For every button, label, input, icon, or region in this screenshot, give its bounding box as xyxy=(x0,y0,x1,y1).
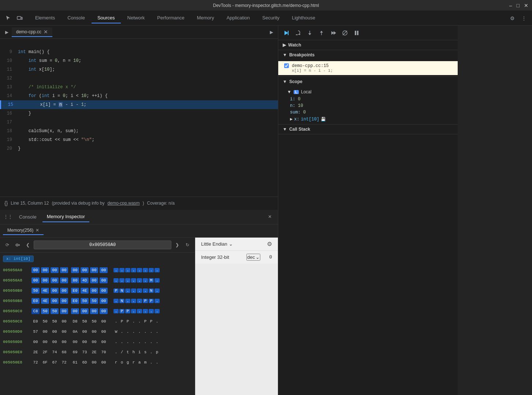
source-panel-toggle[interactable]: ▶ xyxy=(1,27,12,37)
watch-section: ▶ Watch xyxy=(278,40,458,50)
code-line-19: 19 std::cout << sum << "\n"; xyxy=(0,135,278,144)
mem-chars-2: P N . . . . N . xyxy=(114,288,160,293)
debug-toolbar xyxy=(278,26,458,40)
more-icon[interactable]: ⋮ xyxy=(519,13,529,23)
source-tab-name: demo-cpp.cc xyxy=(16,29,41,34)
tab-lighthouse[interactable]: Lighthouse xyxy=(286,13,321,23)
variable-badge[interactable]: x: int[10] xyxy=(3,256,34,262)
memory-settings-icon[interactable]: ⚙ xyxy=(267,241,272,247)
minimize-button[interactable]: – xyxy=(509,3,512,8)
address-input[interactable] xyxy=(34,241,171,249)
format-chevron-icon: ⌄ xyxy=(256,254,260,260)
mem-bytes-left-3: E0 4E 00 00 xyxy=(31,298,68,304)
x-expand-icon[interactable]: ▶ xyxy=(290,116,293,122)
debug-info-text: (provided via debug info by xyxy=(52,201,104,206)
code-line-13: 13 /* initialize x */ xyxy=(0,83,278,92)
breakpoints-label: Breakpoints xyxy=(289,52,315,57)
source-tab-run[interactable]: ▶ xyxy=(266,27,276,37)
main-area: ▶ demo-cpp.cc ✕ ▶ 9 int main() { 1 xyxy=(0,26,532,395)
mem-chars-4: . P P . . . . . xyxy=(114,309,160,313)
scope-label: Scope xyxy=(289,79,302,84)
scope-section: ▼ Scope ▼ L Local i: 0 xyxy=(278,77,458,124)
addr-next-button[interactable]: ❯ xyxy=(173,241,182,249)
type-label: Integer 32-bit xyxy=(201,254,238,260)
step-into-button[interactable] xyxy=(305,28,315,38)
addr-back-button[interactable]: ⟳ xyxy=(3,241,12,249)
memory-tab-256[interactable]: Memory(256) ✕ xyxy=(3,226,44,235)
bottom-tabs: ⋮⋮ Console Memory Inspector ✕ xyxy=(0,210,278,224)
wasm-link[interactable]: demo-cpp.wasm xyxy=(108,201,140,206)
mem-bytes-left-4: C8 50 50 00 xyxy=(31,308,68,314)
mem-bytes-right-4: 00 00 00 00 xyxy=(71,308,108,314)
tab-console[interactable]: Console xyxy=(62,13,91,23)
endian-select[interactable]: Little Endian ⌄ xyxy=(201,241,233,247)
code-line-16: 16 } xyxy=(0,109,278,118)
breakpoint-checkbox[interactable] xyxy=(284,63,289,68)
tab-elements[interactable]: Elements xyxy=(29,13,61,23)
svg-marker-9 xyxy=(320,31,323,33)
mem-row-7: 005050D8 00 00 00 00 00 00 00 xyxy=(0,337,195,347)
code-line-10: 10 int sum = 0, n = 10; xyxy=(0,56,278,65)
tab-security[interactable]: Security xyxy=(256,13,285,23)
scope-local: ▼ L Local xyxy=(278,88,458,96)
mem-bytes-left-0: 00 00 00 00 xyxy=(31,267,68,273)
memory-tab-close[interactable]: ✕ xyxy=(36,228,39,233)
deactivate-button[interactable] xyxy=(340,28,350,38)
pause-button[interactable] xyxy=(351,28,362,38)
tab-memory-inspector[interactable]: Memory Inspector xyxy=(42,212,89,222)
tab-memory[interactable]: Memory xyxy=(191,13,220,23)
memory-table: 005050A0 00 00 00 00 00 00 00 xyxy=(0,265,195,395)
scope-var-n: n: 10 xyxy=(278,103,458,109)
source-tab-close[interactable]: ✕ xyxy=(44,29,48,35)
addr-refresh-button[interactable]: ↻ xyxy=(183,241,192,249)
svg-marker-11 xyxy=(334,31,336,35)
tab-network[interactable]: Network xyxy=(122,13,151,23)
nav-tabs: Elements Console Sources Network Perform… xyxy=(29,13,321,23)
scope-var-sum: sum: 0 xyxy=(278,109,458,116)
call-stack-header[interactable]: ▼ Call Stack xyxy=(278,124,458,134)
mem-row-1: 005050A8 00 00 00 00 80 4D 00 xyxy=(0,275,195,286)
mem-row-9: 005050E8 72 6F 67 72 61 6D 00 xyxy=(0,357,195,368)
code-line-blank xyxy=(0,39,278,48)
tab-sources[interactable]: Sources xyxy=(92,13,121,23)
cursor-icon[interactable] xyxy=(3,13,13,23)
step-out-button[interactable] xyxy=(316,28,327,38)
tab-console-bottom[interactable]: Console xyxy=(15,212,41,222)
memory-icon[interactable]: 💾 xyxy=(321,117,326,122)
mem-bytes-right-5: D8 50 50 00 xyxy=(71,318,108,324)
addr-prev-button[interactable]: ❮ xyxy=(23,241,32,249)
mem-row-2: 005050B0 50 4E 00 00 E0 4E 00 xyxy=(0,286,195,296)
type-value: 0 xyxy=(269,254,272,260)
close-button[interactable]: ✕ xyxy=(524,3,528,8)
mem-bytes-right-3: E0 50 50 00 xyxy=(71,298,108,304)
tab-performance[interactable]: Performance xyxy=(151,13,190,23)
address-bar: ⟳ ⟴ ❮ ❯ ↻ xyxy=(0,238,195,253)
breakpoints-header[interactable]: ▼ Breakpoints xyxy=(278,50,458,60)
type-row: Integer 32-bit dec ⌄ 0 xyxy=(195,251,278,264)
bottom-panel-toggle[interactable]: ⋮⋮ xyxy=(3,212,13,222)
scope-header[interactable]: ▼ Scope xyxy=(278,77,458,86)
restore-button[interactable]: □ xyxy=(517,3,520,8)
watch-header[interactable]: ▶ Watch xyxy=(278,40,458,50)
mem-row-8: 005050E0 2E 2F 74 68 69 73 2E xyxy=(0,347,195,357)
code-line-15: 15 x[i] = n - i - 1; xyxy=(0,100,278,109)
code-line-9: 9 int main() { xyxy=(0,48,278,56)
settings-icon[interactable]: ⚙ xyxy=(507,13,517,23)
format-select[interactable]: dec ⌄ xyxy=(246,254,260,261)
code-line-11: 11 int x[10]; xyxy=(0,65,278,74)
mem-row-0: 005050A0 00 00 00 00 00 00 00 xyxy=(0,265,195,275)
addr-forward-button[interactable]: ⟴ xyxy=(13,241,22,249)
endian-chevron-icon: ⌄ xyxy=(229,241,233,247)
step-over-button[interactable] xyxy=(293,28,303,38)
device-toggle-icon[interactable] xyxy=(15,13,25,23)
tab-application[interactable]: Application xyxy=(221,13,256,23)
bottom-panel-close[interactable]: ✕ xyxy=(265,212,275,222)
step-button[interactable] xyxy=(328,28,338,38)
resume-button[interactable] xyxy=(281,28,291,38)
code-line-14: 14 for (int i = 0; i < 10; ++i) { xyxy=(0,92,278,100)
mem-bytes-left-1: 00 00 00 00 xyxy=(31,277,68,283)
format-label: dec xyxy=(247,254,255,260)
scope-var-x: ▶ x: int[10] 💾 xyxy=(278,116,458,123)
source-tab-demo-cpp[interactable]: demo-cpp.cc ✕ xyxy=(12,27,52,37)
svg-rect-14 xyxy=(355,31,356,35)
